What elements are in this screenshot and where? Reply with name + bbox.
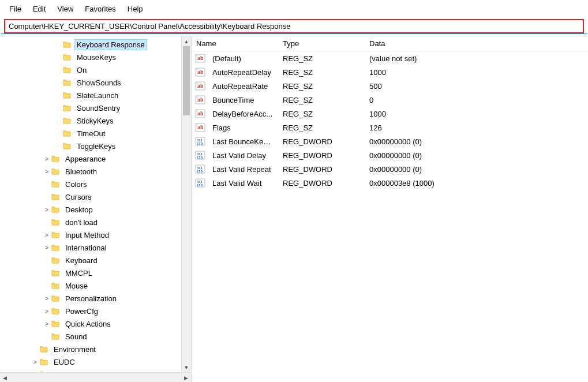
tree-item[interactable]: Keyboard	[0, 254, 191, 267]
tree-item[interactable]: Colors	[0, 178, 191, 190]
tree-item-label: Sound	[63, 332, 89, 342]
tree-item[interactable]: >Input Method	[0, 229, 191, 241]
expand-icon[interactable]: >	[43, 155, 51, 162]
tree-item[interactable]: >International	[0, 241, 191, 254]
expand-icon[interactable]: >	[43, 231, 51, 238]
tree-item[interactable]: >Quick Actions	[0, 317, 191, 330]
tree-item[interactable]: ToggleKeys	[0, 140, 191, 152]
tree-item-label: SoundSentry	[75, 103, 122, 113]
menu-file[interactable]: File	[3, 2, 27, 16]
value-row[interactable]: AutoRepeatDelayREG_SZ1000	[192, 65, 588, 79]
scrollbar-thumb[interactable]	[183, 46, 190, 115]
value-row[interactable]: AutoRepeatRateREG_SZ500	[192, 79, 588, 93]
tree-item[interactable]: >EUDC	[0, 355, 191, 368]
folder-icon	[51, 256, 60, 264]
tree-item[interactable]: >Desktop	[0, 203, 191, 216]
tree-item[interactable]: SoundSentry	[0, 102, 191, 114]
tree-item[interactable]: MouseKeys	[0, 51, 191, 63]
tree-item[interactable]: Environment	[0, 343, 191, 355]
tree-item[interactable]: Keyboard Response	[0, 38, 191, 51]
tree-item-label: ShowSounds	[75, 78, 123, 88]
value-row[interactable]: Last BounceKey ...REG_DWORD0x00000000 (0…	[192, 134, 588, 148]
value-type: REG_DWORD	[278, 136, 365, 147]
reg-sz-icon	[195, 95, 205, 105]
tree-item-label: ToggleKeys	[75, 141, 117, 151]
scroll-right-icon[interactable]: ▶	[181, 373, 191, 382]
scroll-left-icon[interactable]: ◀	[0, 373, 10, 382]
menu-edit[interactable]: Edit	[27, 2, 51, 16]
tree-item-label: Input Method	[63, 230, 111, 240]
scroll-down-icon[interactable]: ▼	[182, 362, 191, 372]
column-header-type[interactable]: Type	[278, 36, 365, 51]
value-name: Last Valid Repeat	[208, 164, 278, 175]
value-row[interactable]: BounceTimeREG_SZ0	[192, 93, 588, 107]
value-type: REG_DWORD	[278, 164, 365, 175]
expand-icon[interactable]: >	[43, 168, 51, 175]
tree-item[interactable]: Mouse	[0, 279, 191, 292]
tree-item-label: MouseKeys	[75, 53, 118, 62]
address-bar[interactable]: Computer\HKEY_CURRENT_USER\Control Panel…	[4, 19, 584, 33]
menu-favorites[interactable]: Favorites	[79, 2, 121, 16]
expand-icon[interactable]: >	[43, 206, 51, 213]
tree-item[interactable]: TimeOut	[0, 127, 191, 140]
tree-item[interactable]: StickyKeys	[0, 114, 191, 127]
tree-item-label: Keyboard Response	[75, 40, 147, 50]
scroll-up-icon[interactable]: ▲	[182, 36, 191, 46]
value-name: AutoRepeatDelay	[208, 67, 278, 78]
menu-help[interactable]: Help	[122, 2, 149, 16]
value-name: Last Valid Wait	[208, 178, 278, 189]
tree-item[interactable]: SlateLaunch	[0, 89, 191, 102]
reg-sz-icon	[195, 122, 205, 133]
value-row[interactable]: FlagsREG_SZ126	[192, 121, 588, 134]
expand-icon[interactable]: >	[43, 295, 51, 302]
tree-item[interactable]: >Bluetooth	[0, 165, 191, 178]
value-data: 0x000003e8 (1000)	[365, 178, 538, 189]
column-header-data[interactable]: Data	[365, 36, 538, 51]
value-row[interactable]: Last Valid RepeatREG_DWORD0x00000000 (0)	[192, 162, 588, 176]
tree-item-label: Mouse	[63, 281, 89, 291]
tree-item[interactable]: don't load	[0, 216, 191, 229]
tree-vertical-scrollbar[interactable]: ▲ ▼	[181, 36, 191, 372]
tree-item[interactable]: Sound	[0, 330, 191, 343]
tree-item[interactable]: Cursors	[0, 190, 191, 203]
folder-icon	[62, 66, 72, 74]
value-row[interactable]: Last Valid DelayREG_DWORD0x00000000 (0)	[192, 148, 588, 162]
tree-item-label: MMCPL	[63, 268, 94, 278]
value-name: Last Valid Delay	[208, 150, 278, 161]
value-row[interactable]: (Default)REG_SZ(value not set)	[192, 51, 588, 65]
expand-icon[interactable]: >	[31, 358, 39, 365]
value-data: 0x00000000 (0)	[365, 150, 538, 161]
tree-pane: Keyboard ResponseMouseKeysOnShowSoundsSl…	[0, 36, 192, 382]
registry-tree[interactable]: Keyboard ResponseMouseKeysOnShowSoundsSl…	[0, 36, 191, 382]
tree-item[interactable]: >Personalization	[0, 292, 191, 305]
value-name: Last BounceKey ...	[208, 136, 278, 147]
folder-icon	[51, 332, 60, 340]
value-list: (Default)REG_SZ(value not set)AutoRepeat…	[192, 51, 588, 190]
tree-item[interactable]: On	[0, 63, 191, 76]
tree-item-label: Bluetooth	[63, 167, 99, 177]
tree-item[interactable]: MMCPL	[0, 267, 191, 279]
folder-icon	[51, 205, 60, 214]
tree-horizontal-scrollbar[interactable]: ◀ ▶	[0, 372, 191, 382]
value-row[interactable]: DelayBeforeAcc...REG_SZ1000	[192, 107, 588, 121]
tree-item[interactable]: >Appearance	[0, 152, 191, 165]
value-list-pane: Name Type Data (Default)REG_SZ(value not…	[192, 36, 588, 382]
tree-item[interactable]: >PowerCfg	[0, 305, 191, 317]
expand-icon[interactable]: >	[43, 244, 51, 251]
tree-item-label: don't load	[63, 218, 99, 227]
column-header-name[interactable]: Name	[192, 36, 278, 51]
reg-dword-icon	[195, 136, 205, 147]
folder-icon	[51, 244, 60, 252]
expand-icon[interactable]: >	[43, 308, 51, 314]
reg-dword-icon	[195, 150, 205, 160]
tree-item-label: Quick Actions	[63, 319, 113, 329]
value-row[interactable]: Last Valid WaitREG_DWORD0x000003e8 (1000…	[192, 176, 588, 190]
folder-icon	[51, 155, 60, 163]
tree-item-label: Environment	[52, 344, 98, 354]
expand-icon[interactable]: >	[43, 320, 51, 327]
folder-icon	[62, 78, 72, 87]
menu-view[interactable]: View	[51, 2, 79, 16]
value-type: REG_DWORD	[278, 150, 365, 161]
tree-item[interactable]: ShowSounds	[0, 76, 191, 89]
value-type: REG_DWORD	[278, 178, 365, 189]
